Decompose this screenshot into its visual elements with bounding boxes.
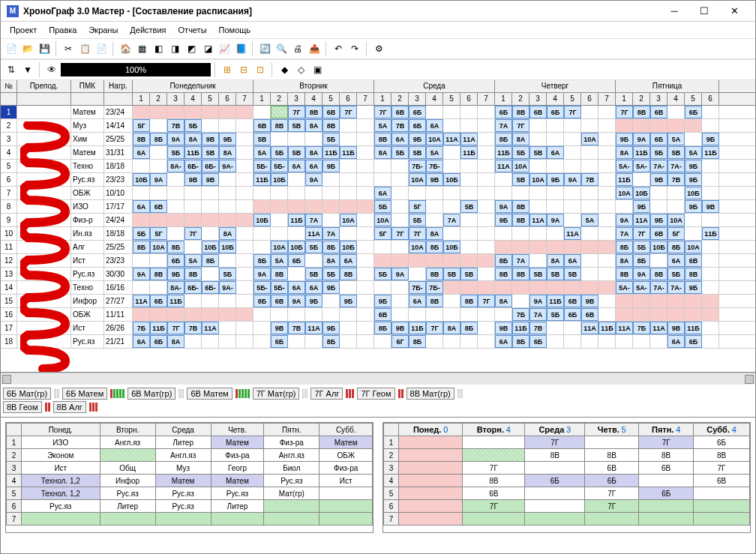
panel-cell[interactable]: Ист bbox=[320, 475, 373, 487]
lesson-cell[interactable]: 8В bbox=[512, 268, 530, 280]
panel-cell[interactable]: Матем bbox=[211, 436, 264, 449]
lesson-cell[interactable] bbox=[236, 214, 254, 226]
lesson-cell[interactable] bbox=[702, 214, 719, 226]
layout2-icon[interactable]: ⊟ bbox=[236, 62, 251, 77]
chart-icon[interactable]: 📈 bbox=[217, 41, 232, 56]
lesson-cell[interactable]: 8А bbox=[443, 322, 460, 334]
lesson-cell[interactable]: 10А bbox=[616, 187, 633, 199]
panel-day-header[interactable]: Субб. bbox=[320, 424, 373, 436]
lesson-cell[interactable]: 10А bbox=[426, 133, 443, 145]
lesson-cell[interactable] bbox=[702, 308, 719, 321]
panel-cell[interactable] bbox=[320, 500, 373, 513]
lesson-cell[interactable]: 8А bbox=[184, 133, 202, 145]
lesson-cell[interactable]: 10А bbox=[581, 133, 598, 145]
hdr-period[interactable]: 6 bbox=[340, 93, 357, 105]
lesson-cell[interactable] bbox=[150, 308, 167, 321]
lesson-cell[interactable]: 9В bbox=[650, 173, 668, 186]
lesson-cell[interactable]: 9А bbox=[530, 295, 547, 307]
lesson-cell[interactable] bbox=[340, 227, 357, 240]
panel-cell[interactable]: Англ.яз bbox=[155, 449, 211, 462]
schedule-row[interactable]: 5Техно18/188А-6Б-6Б-9А-5Б-5Б-6А6А9Б7Б-7Б… bbox=[1, 160, 755, 173]
lesson-cell[interactable]: 8А bbox=[374, 146, 392, 159]
lesson-cell[interactable] bbox=[547, 133, 564, 145]
panel-cell[interactable]: 8В bbox=[525, 449, 585, 462]
lesson-cell[interactable]: 8Б bbox=[426, 241, 443, 253]
hdr-period[interactable]: 2 bbox=[512, 93, 530, 105]
panel-cell[interactable]: 6В bbox=[694, 475, 750, 487]
panel-cell[interactable]: Рус.яз bbox=[22, 500, 100, 513]
lesson-cell[interactable]: 5В bbox=[668, 146, 685, 159]
status-item[interactable]: 7Г Алг bbox=[310, 388, 343, 400]
lesson-cell[interactable]: 11Б bbox=[547, 295, 564, 307]
lesson-cell[interactable]: 6А bbox=[133, 335, 150, 348]
lesson-cell[interactable] bbox=[478, 254, 495, 267]
lesson-cell[interactable] bbox=[598, 146, 616, 159]
hdr-period[interactable]: 7 bbox=[478, 93, 495, 105]
lesson-cell[interactable]: 6А bbox=[305, 160, 322, 172]
lesson-cell[interactable]: 5Г bbox=[133, 119, 150, 132]
panel-cell[interactable]: 6В bbox=[639, 462, 694, 475]
lesson-cell[interactable]: 7А- bbox=[650, 281, 668, 294]
lesson-cell[interactable]: 5Г bbox=[374, 227, 392, 240]
lesson-cell[interactable] bbox=[702, 160, 719, 172]
lesson-cell[interactable]: 6А bbox=[340, 254, 357, 267]
panel-cell[interactable]: Матем bbox=[211, 475, 264, 487]
lesson-cell[interactable] bbox=[357, 308, 374, 321]
lesson-cell[interactable]: 5В bbox=[530, 268, 547, 280]
lesson-cell[interactable] bbox=[305, 200, 322, 213]
lesson-cell[interactable] bbox=[512, 187, 530, 199]
lesson-cell[interactable]: 7В bbox=[530, 322, 547, 334]
lesson-cell[interactable]: 6Б bbox=[288, 254, 305, 267]
lesson-cell[interactable] bbox=[167, 173, 184, 186]
lesson-cell[interactable] bbox=[236, 241, 254, 253]
lesson-cell[interactable] bbox=[167, 308, 184, 321]
lesson-cell[interactable] bbox=[547, 200, 564, 213]
lesson-cell[interactable]: 8А bbox=[219, 227, 236, 240]
lesson-cell[interactable] bbox=[633, 335, 650, 348]
lesson-cell[interactable] bbox=[409, 308, 426, 321]
export-icon[interactable]: 📤 bbox=[307, 41, 322, 56]
lesson-cell[interactable]: 9Б bbox=[702, 133, 719, 145]
lesson-cell[interactable] bbox=[357, 241, 374, 253]
lesson-cell[interactable]: 8Б bbox=[668, 241, 685, 253]
lesson-cell[interactable] bbox=[581, 254, 598, 267]
lesson-cell[interactable] bbox=[357, 106, 374, 118]
lesson-cell[interactable]: 6В bbox=[530, 106, 547, 118]
panel-cell[interactable]: 7Г bbox=[585, 500, 639, 513]
lesson-cell[interactable] bbox=[357, 335, 374, 348]
maximize-button[interactable]: ☐ bbox=[689, 1, 719, 21]
panel-row-header[interactable]: 6 bbox=[7, 500, 22, 513]
lesson-cell[interactable] bbox=[460, 227, 478, 240]
lesson-cell[interactable]: 5В bbox=[409, 146, 426, 159]
lesson-cell[interactable] bbox=[478, 227, 495, 240]
panel-cell[interactable]: Мат(гр) bbox=[264, 487, 320, 500]
lesson-cell[interactable]: 10А bbox=[530, 173, 547, 186]
lesson-cell[interactable] bbox=[702, 281, 719, 294]
lesson-cell[interactable] bbox=[357, 254, 374, 267]
lesson-cell[interactable] bbox=[236, 146, 254, 159]
lesson-cell[interactable]: 8В bbox=[133, 133, 150, 145]
hdr-period[interactable]: 1 bbox=[133, 93, 150, 105]
lesson-cell[interactable] bbox=[478, 308, 495, 321]
lesson-cell[interactable] bbox=[374, 241, 392, 253]
panel-row-header[interactable]: 5 bbox=[7, 487, 22, 500]
lesson-cell[interactable]: 10Б bbox=[202, 241, 219, 253]
lesson-cell[interactable] bbox=[598, 133, 616, 145]
lesson-cell[interactable] bbox=[392, 295, 409, 307]
lesson-cell[interactable]: 10А bbox=[685, 241, 702, 253]
lesson-cell[interactable] bbox=[392, 160, 409, 172]
lesson-cell[interactable]: 8Б bbox=[133, 241, 150, 253]
lesson-cell[interactable]: 7В bbox=[392, 119, 409, 132]
lesson-cell[interactable]: 9Б bbox=[167, 268, 184, 280]
lesson-cell[interactable]: 11Б bbox=[150, 322, 167, 334]
lesson-cell[interactable] bbox=[564, 160, 581, 172]
lesson-cell[interactable]: 6В bbox=[564, 295, 581, 307]
lesson-cell[interactable]: 8Б bbox=[616, 241, 633, 253]
panel-cell[interactable] bbox=[399, 500, 463, 513]
lesson-cell[interactable] bbox=[530, 200, 547, 213]
hdr-day-0[interactable]: Понедельник bbox=[133, 80, 254, 92]
lesson-cell[interactable]: 6Б bbox=[409, 106, 426, 118]
lesson-cell[interactable]: 9А bbox=[288, 295, 305, 307]
lesson-cell[interactable] bbox=[236, 227, 254, 240]
layout1-icon[interactable]: ⊞ bbox=[220, 62, 235, 77]
